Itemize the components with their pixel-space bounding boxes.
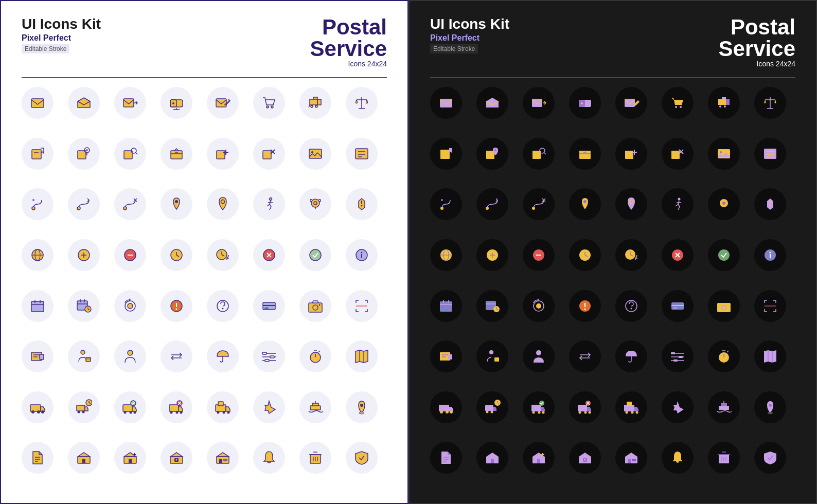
- icon-truck-cross-dark: [569, 391, 601, 423]
- icon-cross-circle-light: [253, 239, 285, 271]
- icon-map-light: [346, 340, 378, 372]
- svg-rect-293: [494, 357, 499, 362]
- dark-divider: [430, 77, 795, 78]
- icon-box-light: [161, 138, 192, 170]
- icon-info-light: [346, 239, 378, 271]
- svg-rect-313: [439, 405, 449, 411]
- icon-box-location-dark: [476, 138, 508, 170]
- icon-location-light: [207, 188, 239, 220]
- svg-rect-317: [485, 405, 493, 411]
- svg-rect-300: [679, 356, 683, 358]
- svg-line-18: [309, 105, 310, 107]
- icon-document-dark: [430, 442, 462, 474]
- icon-truck-check-light: [114, 391, 146, 423]
- icon-box-image-light: [299, 138, 331, 170]
- light-header-right: Postal Service Icons 24x24: [310, 16, 387, 68]
- svg-point-344: [768, 412, 773, 414]
- svg-rect-340: [719, 406, 729, 410]
- svg-point-239: [678, 198, 681, 201]
- svg-rect-208: [440, 150, 450, 159]
- light-header-left: UI Icons Kit Pixel Perfect Editable Stro…: [22, 16, 101, 53]
- svg-rect-133: [30, 405, 41, 411]
- icon-fragile-dark: [754, 188, 786, 220]
- svg-rect-28: [124, 151, 132, 159]
- icon-truck-check-dark: [523, 391, 555, 423]
- svg-rect-201: [726, 99, 730, 105]
- icon-delivery-board-light: [22, 340, 54, 372]
- dark-title: UI Icons Kit: [430, 16, 509, 32]
- dark-subtitle: Pixel Perfect: [430, 33, 509, 43]
- dark-icons-grid: [430, 87, 795, 488]
- icon-envelope-dark: [430, 87, 462, 119]
- svg-rect-148: [169, 405, 179, 411]
- svg-point-264: [770, 251, 771, 253]
- svg-point-294: [536, 350, 541, 355]
- svg-point-146: [134, 411, 136, 413]
- svg-line-129: [318, 351, 320, 352]
- svg-rect-182: [219, 459, 222, 463]
- icon-umbrella-light: [207, 340, 239, 372]
- icon-cross-circle-dark: [662, 239, 694, 271]
- svg-rect-354: [537, 459, 540, 463]
- svg-rect-303: [673, 359, 678, 362]
- svg-point-12: [271, 106, 273, 108]
- svg-point-54: [270, 198, 272, 201]
- icon-scale-dark: [754, 87, 786, 119]
- icon-alert-light: [161, 290, 192, 322]
- icon-mailbox-dark: [569, 87, 601, 119]
- svg-rect-224: [718, 149, 730, 158]
- svg-rect-339: [627, 402, 632, 406]
- icon-route-cross-light: [114, 188, 146, 220]
- svg-marker-209: [449, 148, 452, 153]
- svg-point-280: [631, 308, 632, 309]
- svg-point-139: [82, 410, 85, 413]
- svg-rect-328: [578, 405, 587, 411]
- svg-point-314: [440, 410, 443, 413]
- svg-point-59: [361, 205, 363, 207]
- icon-location-dark: [615, 188, 647, 220]
- icon-alert-dark: [569, 290, 601, 322]
- svg-point-261: [718, 249, 730, 261]
- svg-point-149: [170, 411, 173, 413]
- svg-marker-180: [217, 453, 229, 457]
- icon-person-light: [114, 340, 146, 372]
- icon-box-location-light: [68, 138, 100, 170]
- icon-warehouse-dark: [476, 442, 508, 474]
- svg-point-198: [675, 106, 677, 108]
- svg-point-163: [360, 404, 363, 407]
- icon-ship-dark: [708, 391, 740, 423]
- icon-credit-card-dark: [662, 290, 694, 322]
- svg-rect-40: [309, 149, 322, 158]
- icon-scan-light: [346, 290, 378, 322]
- svg-point-77: [310, 249, 321, 261]
- svg-point-203: [719, 105, 721, 107]
- icon-truck-box-dark: [615, 391, 647, 423]
- icon-check-circle-dark: [708, 239, 740, 271]
- dark-size: Icons 24x24: [719, 60, 795, 68]
- svg-point-237: [583, 200, 587, 203]
- icon-minus-circle-light: [114, 239, 146, 271]
- svg-marker-345: [448, 452, 451, 455]
- icon-route-cross-dark: [523, 188, 555, 220]
- svg-rect-37: [263, 151, 271, 159]
- icon-envelope-arrow-light: [114, 87, 146, 119]
- svg-point-338: [636, 411, 638, 413]
- svg-point-151: [180, 411, 183, 413]
- svg-point-55: [311, 199, 319, 207]
- svg-point-336: [626, 411, 628, 413]
- svg-point-6: [172, 102, 174, 104]
- icon-location-pin-light: [346, 391, 378, 423]
- icon-envelope-edit-dark: [615, 87, 647, 119]
- icon-box-list-dark: [754, 138, 786, 170]
- icon-envelope-light: [22, 87, 54, 119]
- svg-point-315: [446, 410, 449, 413]
- light-editable: Editable Stroke: [22, 44, 69, 53]
- svg-point-145: [130, 411, 132, 413]
- svg-point-41: [311, 151, 313, 153]
- icon-pin-location-light: [161, 188, 192, 220]
- icon-trash-dark: [708, 442, 740, 474]
- icon-arrows-swap-dark: [569, 340, 601, 372]
- svg-point-136: [41, 410, 44, 413]
- svg-rect-15: [310, 99, 317, 105]
- svg-marker-361: [625, 453, 637, 457]
